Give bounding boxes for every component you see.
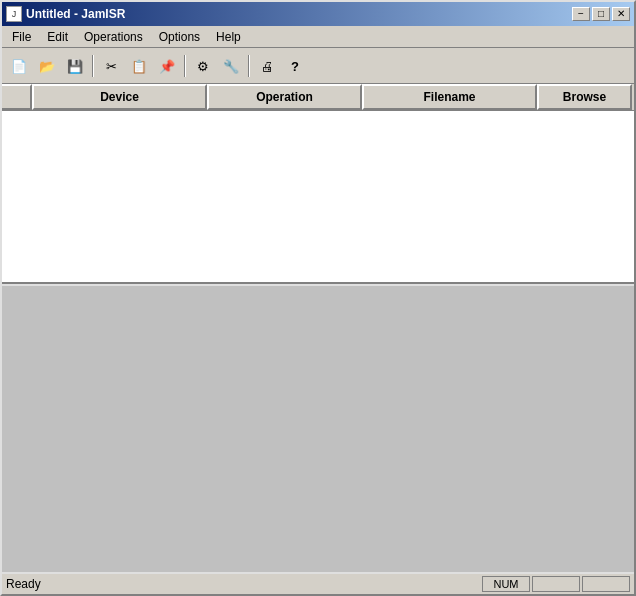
help-button[interactable] bbox=[282, 53, 308, 79]
main-window: J Untitled - JamISR − □ ✕ File Edit Oper… bbox=[0, 0, 636, 596]
toolbar-separator-1 bbox=[92, 55, 94, 77]
paste-button[interactable] bbox=[154, 53, 180, 79]
tool1-icon bbox=[197, 58, 209, 74]
indicator-2 bbox=[532, 576, 580, 592]
col-browse: Browse bbox=[537, 84, 632, 110]
col-device: Device bbox=[32, 84, 207, 110]
toolbar bbox=[2, 48, 634, 84]
indicator-3 bbox=[582, 576, 630, 592]
new-button[interactable] bbox=[6, 53, 32, 79]
close-button[interactable]: ✕ bbox=[612, 7, 630, 21]
minimize-button[interactable]: − bbox=[572, 7, 590, 21]
cut-icon bbox=[106, 58, 117, 74]
open-icon bbox=[39, 58, 55, 74]
table-header: Device Operation Filename Browse bbox=[2, 84, 634, 111]
menu-edit[interactable]: Edit bbox=[39, 28, 76, 46]
col-filename: Filename bbox=[362, 84, 537, 110]
new-icon bbox=[11, 58, 27, 74]
titlebar-controls: − □ ✕ bbox=[572, 7, 630, 21]
toolbar-separator-2 bbox=[184, 55, 186, 77]
tool1-button[interactable] bbox=[190, 53, 216, 79]
help-icon bbox=[291, 58, 299, 74]
menubar: File Edit Operations Options Help bbox=[2, 26, 634, 48]
window-title: Untitled - JamISR bbox=[26, 7, 125, 21]
titlebar-left: J Untitled - JamISR bbox=[6, 6, 125, 22]
app-icon: J bbox=[6, 6, 22, 22]
menu-help[interactable]: Help bbox=[208, 28, 249, 46]
col-operation: Operation bbox=[207, 84, 362, 110]
menu-operations[interactable]: Operations bbox=[76, 28, 151, 46]
menu-options[interactable]: Options bbox=[151, 28, 208, 46]
maximize-button[interactable]: □ bbox=[592, 7, 610, 21]
statusbar: Ready NUM bbox=[2, 572, 634, 594]
status-indicators: NUM bbox=[482, 576, 630, 592]
menu-file[interactable]: File bbox=[4, 28, 39, 46]
tool2-icon bbox=[223, 58, 239, 74]
col-rownum bbox=[2, 84, 32, 110]
cut-button[interactable] bbox=[98, 53, 124, 79]
open-button[interactable] bbox=[34, 53, 60, 79]
copy-button[interactable] bbox=[126, 53, 152, 79]
print-icon bbox=[261, 58, 274, 74]
output-area bbox=[2, 284, 634, 572]
table-body bbox=[2, 111, 634, 284]
table-area: Device Operation Filename Browse bbox=[2, 84, 634, 284]
save-icon bbox=[67, 58, 83, 74]
content-area: Device Operation Filename Browse bbox=[2, 84, 634, 572]
save-button[interactable] bbox=[62, 53, 88, 79]
paste-icon bbox=[159, 58, 175, 74]
toolbar-separator-3 bbox=[248, 55, 250, 77]
num-indicator: NUM bbox=[482, 576, 530, 592]
copy-icon bbox=[131, 58, 147, 74]
tool2-button[interactable] bbox=[218, 53, 244, 79]
print-button[interactable] bbox=[254, 53, 280, 79]
titlebar: J Untitled - JamISR − □ ✕ bbox=[2, 2, 634, 26]
status-text: Ready bbox=[6, 577, 41, 591]
